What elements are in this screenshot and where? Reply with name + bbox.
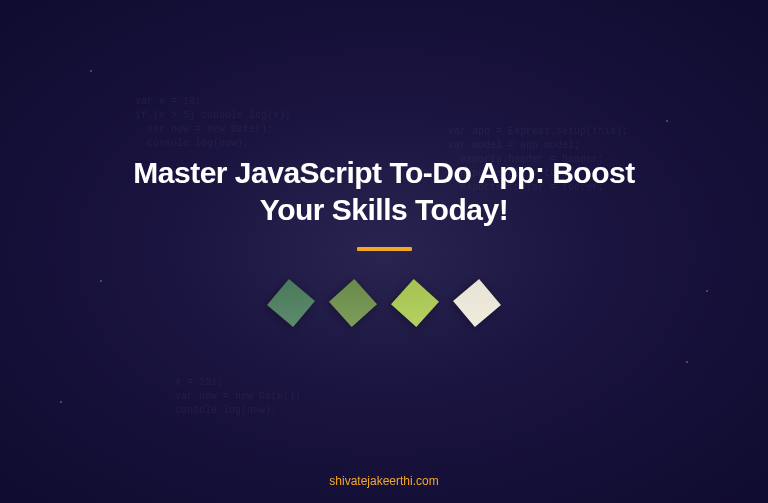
loading-squares (274, 286, 494, 320)
page-title: Master JavaScript To-Do App: Boost Your … (104, 154, 664, 229)
decorative-star (90, 70, 92, 72)
decorative-code-bg-1: var x = 10; if (x > 5) console.log(x); v… (135, 95, 291, 151)
decorative-star (100, 280, 102, 282)
loading-square-icon (329, 278, 377, 326)
decorative-star (686, 361, 688, 363)
loading-square-icon (391, 278, 439, 326)
title-divider (357, 247, 412, 251)
decorative-star (60, 401, 62, 403)
decorative-code-bg-3: x = 251; var now = new Date(); console.l… (175, 376, 301, 418)
decorative-star (666, 120, 668, 122)
hero-content: Master JavaScript To-Do App: Boost Your … (104, 154, 664, 320)
footer-site-url: shivatejakeerthi.com (329, 474, 438, 488)
loading-square-icon (453, 279, 501, 327)
loading-square-icon (267, 279, 315, 327)
decorative-star (706, 290, 708, 292)
